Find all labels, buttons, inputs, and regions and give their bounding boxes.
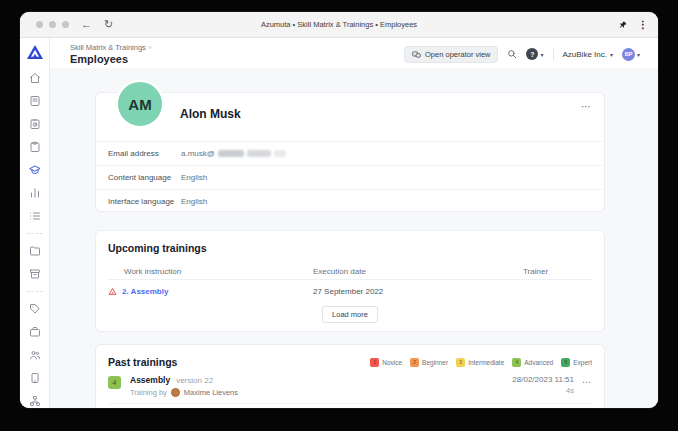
trainer-name: Maxime Lievens: [184, 388, 238, 397]
employee-profile-card: AM Alon Musk ⋯ Email address a.musk@ Con…: [95, 92, 605, 212]
profile-field-row: Interface language English: [96, 189, 604, 213]
zoom-window-button[interactable]: [62, 21, 69, 28]
browser-tab-title: Azumuta • Skill Matrix & Trainings • Emp…: [20, 20, 658, 29]
team-icon[interactable]: [28, 348, 42, 362]
redacted-text: [218, 150, 244, 157]
journal-icon[interactable]: [28, 94, 42, 108]
tablet-icon[interactable]: [28, 371, 42, 385]
employee-name: Alon Musk: [180, 107, 241, 121]
level-4-badge: 4: [512, 358, 521, 367]
desktop-background: ← ↻ Azumuta • Skill Matrix & Trainings •…: [0, 0, 678, 431]
training-duration: 4s: [512, 386, 574, 395]
header-divider: [553, 48, 554, 60]
extension-pin-icon[interactable]: [618, 20, 628, 30]
employee-avatar: AM: [116, 80, 164, 128]
azumuta-logo-icon[interactable]: [27, 45, 43, 63]
upcoming-trainings-card: Upcoming trainings Work instruction Exec…: [95, 230, 605, 332]
past-training-row: 2 Packagingversion 2 23/12/2022 10:36 ⋯: [108, 403, 592, 408]
execution-date: 27 September 2022: [313, 287, 523, 296]
profile-field-row: Email address a.musk@: [96, 141, 604, 165]
row-kebab-menu-icon[interactable]: ⋯: [582, 377, 592, 387]
training-name[interactable]: Assembly: [130, 375, 170, 385]
legend-item-novice: 1Novice: [370, 358, 402, 367]
back-icon[interactable]: ←: [81, 19, 92, 30]
sitemap-icon[interactable]: [28, 394, 42, 408]
devices-icon: [412, 50, 421, 59]
tag-icon[interactable]: [28, 302, 42, 316]
briefcase-icon[interactable]: [28, 325, 42, 339]
past-training-row: 4 Assemblyversion 22 Training byMaxime L…: [108, 368, 592, 403]
sidebar-divider: [27, 233, 43, 234]
training-datetime: 28/02/2023 11:51: [512, 375, 574, 384]
past-trainings-title: Past trainings: [108, 356, 177, 368]
search-icon[interactable]: [507, 49, 517, 59]
app-sidebar: ›: [20, 38, 50, 408]
graduation-cap-icon[interactable]: [28, 163, 42, 177]
browser-window: ← ↻ Azumuta • Skill Matrix & Trainings •…: [20, 12, 658, 408]
browser-titlebar: ← ↻ Azumuta • Skill Matrix & Trainings •…: [20, 12, 658, 38]
reload-icon[interactable]: ↻: [104, 19, 113, 30]
breadcrumb[interactable]: Skill Matrix & Trainings›: [70, 43, 151, 52]
chevron-down-icon: ▾: [610, 51, 613, 58]
home-icon[interactable]: [28, 71, 42, 85]
redacted-text: [247, 150, 271, 157]
skill-level-legend: 1Novice 2Beginner 3Intermediate 4Advance…: [370, 358, 592, 367]
level-5-badge: 5: [561, 358, 570, 367]
browser-menu-icon[interactable]: ⋮: [638, 20, 648, 30]
legend-item-beginner: 2Beginner: [410, 358, 448, 367]
user-menu[interactable]: BP ▾: [622, 48, 640, 61]
level-2-badge: 2: [410, 358, 419, 367]
upcoming-trainings-title: Upcoming trainings: [108, 242, 592, 254]
past-trainings-card: Past trainings 1Novice 2Beginner 3Interm…: [95, 344, 605, 408]
bar-chart-icon[interactable]: [28, 186, 42, 200]
sidebar-nav: [27, 71, 43, 408]
legend-item-intermediate: 3Intermediate: [456, 358, 504, 367]
breadcrumb-chevron-icon: ›: [149, 43, 152, 52]
main-content: AM Alon Musk ⋯ Email address a.musk@ Con…: [50, 68, 658, 408]
open-operator-view-button[interactable]: Open operator view: [404, 46, 498, 63]
minimize-window-button[interactable]: [49, 21, 56, 28]
help-menu[interactable]: ? ▾: [526, 48, 543, 60]
page-title: Employees: [70, 53, 151, 65]
archive-box-icon[interactable]: [28, 267, 42, 281]
upcoming-training-row: 2. Assembly 27 September 2022: [108, 280, 592, 303]
chevron-down-icon: ▾: [540, 51, 543, 58]
work-instruction-link[interactable]: 2. Assembly: [122, 287, 168, 296]
organization-selector[interactable]: AzuBike Inc. ▾: [563, 50, 613, 59]
close-window-button[interactable]: [36, 21, 43, 28]
clipboard-icon[interactable]: [28, 140, 42, 154]
redacted-text: [274, 150, 286, 157]
clipboard-clock-icon[interactable]: [28, 117, 42, 131]
load-more-button[interactable]: Load more: [322, 306, 378, 323]
checklist-icon[interactable]: [28, 209, 42, 223]
work-instruction-warning-icon: [108, 287, 117, 296]
level-1-badge: 1: [370, 358, 379, 367]
chevron-down-icon: ▾: [637, 51, 640, 58]
legend-item-expert: 5Expert: [561, 358, 592, 367]
help-icon: ?: [526, 48, 538, 60]
profile-kebab-menu-icon[interactable]: ⋯: [581, 101, 592, 112]
sidebar-divider: [27, 291, 43, 292]
trainer-avatar: [171, 388, 180, 397]
profile-field-row: Content language English: [96, 165, 604, 189]
level-3-badge: 3: [456, 358, 465, 367]
user-avatar: BP: [622, 48, 635, 61]
page-header: Skill Matrix & Trainings› Employees Open…: [50, 38, 658, 68]
skill-level-badge: 4: [108, 376, 121, 389]
upcoming-table-header: Work instruction Execution date Trainer: [108, 263, 592, 280]
window-controls: [36, 21, 69, 28]
folder-icon[interactable]: [28, 244, 42, 258]
legend-item-advanced: 4Advanced: [512, 358, 553, 367]
training-version: version 22: [176, 376, 213, 385]
